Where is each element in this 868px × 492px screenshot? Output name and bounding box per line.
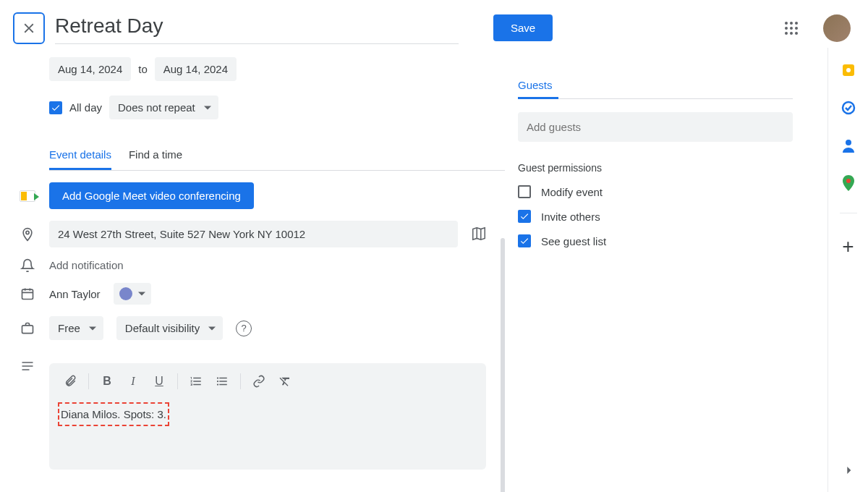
tab-event-details[interactable]: Event details	[49, 148, 111, 170]
contacts-icon[interactable]	[841, 137, 856, 153]
description-icon	[19, 360, 36, 372]
location-icon	[19, 227, 36, 242]
recurrence-select[interactable]: Does not repeat	[109, 96, 218, 119]
calendar-icon	[19, 287, 36, 301]
google-meet-icon	[19, 190, 36, 202]
svg-point-3	[785, 27, 788, 30]
numbered-list-icon[interactable]	[184, 369, 208, 394]
description-content[interactable]: Diana Milos. Spots: 3.	[49, 399, 486, 470]
location-input[interactable]	[49, 221, 458, 247]
add-video-conferencing-button[interactable]: Add Google Meet video conferencing	[49, 182, 254, 209]
calendar-color-select[interactable]	[114, 283, 151, 305]
svg-point-16	[846, 179, 851, 183]
event-title-input[interactable]	[55, 12, 459, 44]
all-day-label: All day	[69, 101, 102, 114]
start-date-chip[interactable]: Aug 14, 2024	[49, 57, 131, 81]
guest-permissions-heading: Guest permissions	[518, 162, 793, 174]
italic-icon[interactable]: I	[121, 369, 145, 394]
google-apps-icon[interactable]	[777, 14, 806, 43]
clear-formatting-icon[interactable]	[273, 369, 297, 394]
svg-point-7	[790, 32, 793, 35]
svg-point-15	[846, 140, 851, 145]
bullet-list-icon[interactable]	[210, 369, 234, 394]
save-button[interactable]: Save	[493, 14, 553, 41]
svg-rect-11	[22, 325, 33, 333]
svg-point-9	[26, 231, 29, 234]
keep-icon[interactable]	[841, 62, 856, 78]
svg-rect-10	[22, 289, 33, 299]
invite-others-checkbox[interactable]	[518, 210, 531, 223]
briefcase-icon	[19, 321, 36, 336]
calendar-owner-label: Ann Taylor	[49, 288, 101, 300]
close-button[interactable]	[13, 12, 45, 44]
tasks-icon[interactable]	[841, 100, 856, 116]
availability-select[interactable]: Free	[49, 316, 103, 340]
add-addon-button[interactable]: +	[842, 235, 854, 258]
color-circle	[119, 287, 132, 300]
guests-heading: Guests	[518, 79, 793, 99]
modify-event-checkbox[interactable]	[518, 185, 531, 198]
svg-point-1	[790, 22, 793, 25]
collapse-side-panel-button[interactable]	[841, 463, 856, 478]
tab-find-a-time[interactable]: Find a time	[129, 148, 182, 170]
maps-icon[interactable]	[841, 175, 856, 191]
scrollbar[interactable]	[501, 238, 505, 492]
svg-point-0	[785, 22, 788, 25]
svg-point-2	[795, 22, 798, 25]
see-guest-list-label: See guest list	[541, 235, 606, 247]
end-date-chip[interactable]: Aug 14, 2024	[155, 57, 237, 81]
account-avatar[interactable]	[823, 14, 851, 42]
see-guest-list-checkbox[interactable]	[518, 234, 531, 247]
svg-point-4	[790, 27, 793, 30]
to-label: to	[138, 63, 148, 75]
svg-point-5	[795, 27, 798, 30]
visibility-select[interactable]: Default visibility	[116, 316, 223, 340]
all-day-checkbox[interactable]	[49, 101, 62, 114]
svg-point-8	[795, 32, 798, 35]
invite-others-label: Invite others	[541, 211, 600, 223]
attachment-icon[interactable]	[58, 369, 82, 394]
modify-event-label: Modify event	[541, 186, 603, 198]
bold-icon[interactable]: B	[95, 369, 119, 394]
link-icon[interactable]	[247, 369, 271, 394]
underline-icon[interactable]: U	[147, 369, 171, 394]
notification-icon	[19, 258, 36, 273]
svg-point-6	[785, 32, 788, 35]
visibility-help-icon[interactable]: ?	[236, 321, 252, 336]
add-guests-input[interactable]	[518, 112, 793, 142]
svg-point-13	[846, 68, 851, 72]
add-notification-button[interactable]: Add notification	[49, 259, 124, 271]
map-icon[interactable]	[471, 226, 488, 243]
description-text: Diana Milos. Spots: 3.	[58, 402, 169, 426]
